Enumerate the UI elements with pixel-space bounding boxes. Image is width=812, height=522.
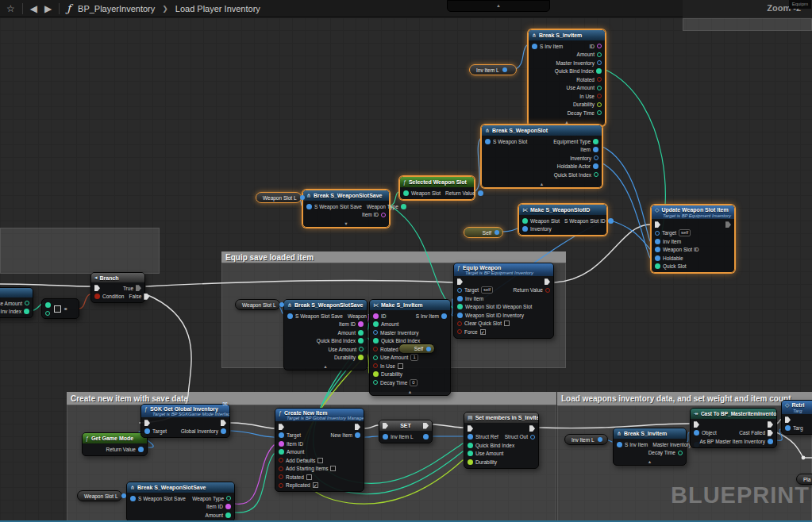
pin-use-amount[interactable] [373, 355, 378, 360]
pin-quick-slot-index[interactable] [594, 172, 598, 177]
exec-in-pin[interactable] [279, 424, 284, 430]
pin-return-value[interactable] [478, 190, 483, 196]
forward-icon[interactable]: ▶ [44, 0, 52, 17]
pin-decay-time[interactable] [597, 110, 602, 115]
exec-out-pin[interactable] [725, 221, 731, 228]
pin-holdable-actor[interactable] [593, 163, 598, 169]
pin-use-amount[interactable] [597, 86, 602, 90]
variable-get-inv-item-l-top[interactable]: Inv Item L [469, 64, 517, 75]
pin-decay-time[interactable] [678, 451, 683, 455]
pin-amount[interactable] [225, 512, 231, 518]
pin-inv-item-l[interactable] [502, 67, 507, 72]
node-selected-weapon-slot[interactable]: ƒSelected Weapon Slot Weapon SlotReturn … [399, 176, 475, 200]
node-equal[interactable]: ≡ [41, 298, 79, 319]
exec-out-pin[interactable] [768, 421, 773, 428]
pin-inv-item[interactable] [655, 239, 660, 244]
collapse-arrow-icon[interactable]: ▲ [614, 459, 686, 465]
exec-in-pin[interactable] [694, 421, 699, 428]
target-self-tag[interactable]: self [679, 229, 691, 236]
variable-get-weapon-slot-l-3[interactable]: Weapon Slot L [77, 490, 122, 501]
pin-weapon-slot-id-inventory[interactable] [457, 313, 463, 318]
back-icon[interactable]: ◀ [30, 0, 37, 17]
collapse-arrow-icon[interactable]: ▲ [482, 181, 602, 187]
pin-struct-out[interactable] [530, 435, 535, 439]
pin-s-weapon-slot-save[interactable] [130, 496, 136, 501]
pin-amount[interactable] [358, 330, 364, 336]
corner-comment-tab[interactable]: Equipm [789, 0, 811, 9]
exec-out-pin[interactable] [529, 425, 535, 432]
pin-as-bp-master-item-inventory[interactable] [768, 439, 773, 444]
exec-in-pin[interactable] [94, 285, 100, 291]
pin-s-inv-item[interactable] [617, 442, 622, 447]
pin-in-use[interactable] [373, 363, 378, 368]
exec-in-pin[interactable] [785, 416, 791, 423]
variable-get-self-1[interactable]: Self [464, 227, 503, 238]
pin-object[interactable] [694, 430, 699, 436]
variable-get-weapon-slot-l-1[interactable]: Weapon Slot L [256, 192, 302, 203]
node-break-s-invitem-bottom[interactable]: ⋔Break S_InvItem S Inv ItemMaster Invent… [613, 428, 687, 466]
exec-in-pin[interactable] [457, 278, 463, 285]
node-make-s-weaponslotid[interactable]: ⋉Make S_WeaponSlotID Weapon SlotS Weapon… [518, 204, 607, 236]
pin-output-value[interactable] [423, 434, 429, 439]
pin-item[interactable] [593, 147, 598, 152]
node-break-s-weaponslotsave-3[interactable]: ⋔Break S_WeaponSlotSave S Weapon Slot Sa… [126, 482, 235, 522]
pin-global-inventory[interactable] [221, 428, 226, 434]
clear-quick-slot-checkbox[interactable] [504, 320, 510, 326]
pin-condition[interactable] [94, 294, 100, 299]
pin-rotated[interactable] [373, 347, 378, 351]
pin-s-inv-item[interactable] [532, 44, 537, 49]
expand-arrow-icon[interactable]: ▼ [303, 221, 389, 227]
in-use-checkbox[interactable] [398, 363, 403, 369]
node-get-game-mode[interactable]: ƒGet Game Mode Return Value [82, 432, 148, 456]
pin-amount[interactable] [597, 52, 602, 57]
pin-durability[interactable] [373, 371, 379, 377]
pin-rotated[interactable] [597, 77, 602, 82]
pin-target[interactable] [279, 432, 284, 438]
pin-item-id[interactable] [225, 504, 231, 509]
node-set-inv-item-l[interactable]: SET Inv Item L [379, 420, 433, 443]
node-break-s-weaponslot[interactable]: ⋔Break S_WeaponSlot S Weapon SlotEquipme… [481, 125, 602, 188]
node-sgk-get-global-inventory[interactable]: ✉ ƒSGK Get Global Inventory Target is BP… [140, 404, 230, 438]
pin-s-weapon-slot-save[interactable] [287, 313, 293, 319]
exec-out-pin[interactable] [221, 420, 226, 426]
pin-target[interactable] [785, 425, 791, 431]
pin-s-weapon-slot[interactable] [485, 139, 491, 144]
variable-get-self-2[interactable]: Self [398, 344, 435, 354]
pin-compare-a[interactable] [45, 302, 51, 308]
exec-out-pin[interactable] [423, 423, 429, 429]
node-create-new-item[interactable]: ƒCreate New Item Target is BP Global Inv… [275, 408, 364, 492]
pin-clear-quick-slot[interactable] [457, 321, 462, 326]
pin-id[interactable] [597, 44, 602, 48]
pin-item-id[interactable] [381, 213, 386, 217]
pin-return-value[interactable] [545, 288, 550, 293]
pin-in-use[interactable] [597, 94, 602, 98]
exec-out-pin[interactable] [545, 278, 550, 285]
pin-inventory[interactable] [522, 226, 528, 232]
pin-weapon-slot-l[interactable] [121, 493, 126, 498]
pin-rotated[interactable] [279, 474, 283, 479]
pin-inv-item-l[interactable] [598, 437, 602, 442]
pin-inv-item[interactable] [457, 296, 463, 301]
node-update-weapon-slot-item[interactable]: ◇Update Weapon Slot Item Target is BP Eq… [651, 205, 735, 273]
node-branch[interactable]: ◂Branch True ConditionFalse [90, 272, 145, 303]
pin-item-id[interactable] [279, 441, 284, 447]
variable-get-inv-item-l-bottom[interactable]: Inv Item L [564, 434, 608, 445]
pin-quick-slot[interactable] [655, 263, 660, 269]
add-defaults-checkbox[interactable] [317, 458, 323, 463]
variable-get-weapon-slot-l-2[interactable]: Weapon Slot L [235, 299, 280, 310]
pin-master-inventory[interactable] [373, 330, 378, 335]
pin-weapon-type[interactable] [226, 496, 231, 501]
pin-weapon-slot[interactable] [403, 190, 409, 196]
node-set-members-in-s-invitem[interactable]: ▤Set members in S_InvItem Struct RefStru… [464, 412, 539, 469]
pin-durability[interactable] [468, 459, 473, 465]
pin-weapon-slot-id[interactable] [655, 247, 660, 252]
node-break-s-weaponslotsave-1[interactable]: ⋔Break S_WeaponSlotSave S Weapon Slot Sa… [302, 190, 390, 228]
variable-get-play-partial[interactable]: Pla [796, 474, 812, 485]
exec-in-pin[interactable] [144, 420, 150, 426]
target-self-tag[interactable]: self [481, 286, 493, 294]
favorite-star-icon[interactable]: ☆ [6, 0, 15, 17]
pin-durability[interactable] [597, 102, 602, 107]
node-left-partial[interactable]: Use Amount Inv Index [0, 287, 33, 318]
pin-return-value[interactable] [138, 447, 144, 452]
exec-in-pin[interactable] [468, 425, 473, 432]
